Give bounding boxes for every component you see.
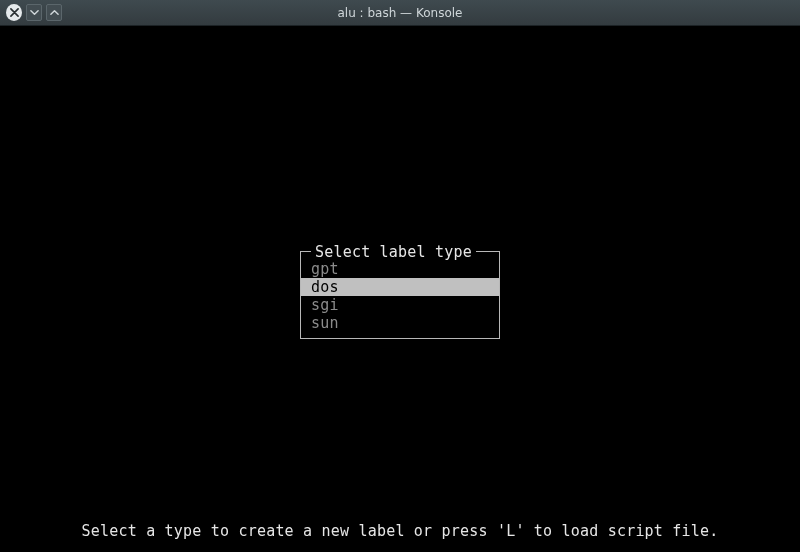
dialog-options: gpt dos sgi sun	[301, 252, 499, 338]
chevron-up-icon	[46, 4, 62, 21]
option-gpt[interactable]: gpt	[301, 260, 499, 278]
option-sgi[interactable]: sgi	[301, 296, 499, 314]
close-button[interactable]	[6, 5, 22, 21]
window-controls	[0, 5, 62, 21]
terminal-viewport[interactable]: Select label type gpt dos sgi sun Select…	[0, 26, 800, 552]
window-titlebar: alu : bash — Konsole	[0, 0, 800, 26]
option-sun[interactable]: sun	[301, 314, 499, 332]
footer-hint: Select a type to create a new label or p…	[0, 522, 800, 540]
minimize-button[interactable]	[26, 5, 42, 21]
maximize-button[interactable]	[46, 5, 62, 21]
window-title: alu : bash — Konsole	[0, 6, 800, 20]
close-icon	[6, 4, 22, 21]
option-dos[interactable]: dos	[301, 278, 499, 296]
dialog-title: Select label type	[311, 243, 476, 261]
chevron-down-icon	[26, 4, 42, 21]
label-type-dialog: Select label type gpt dos sgi sun	[300, 251, 500, 339]
